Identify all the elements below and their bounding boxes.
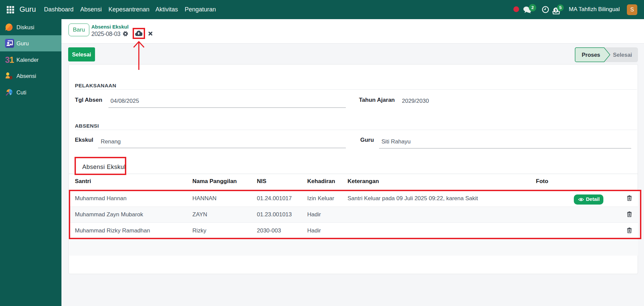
svg-text:$: $ (555, 8, 557, 12)
